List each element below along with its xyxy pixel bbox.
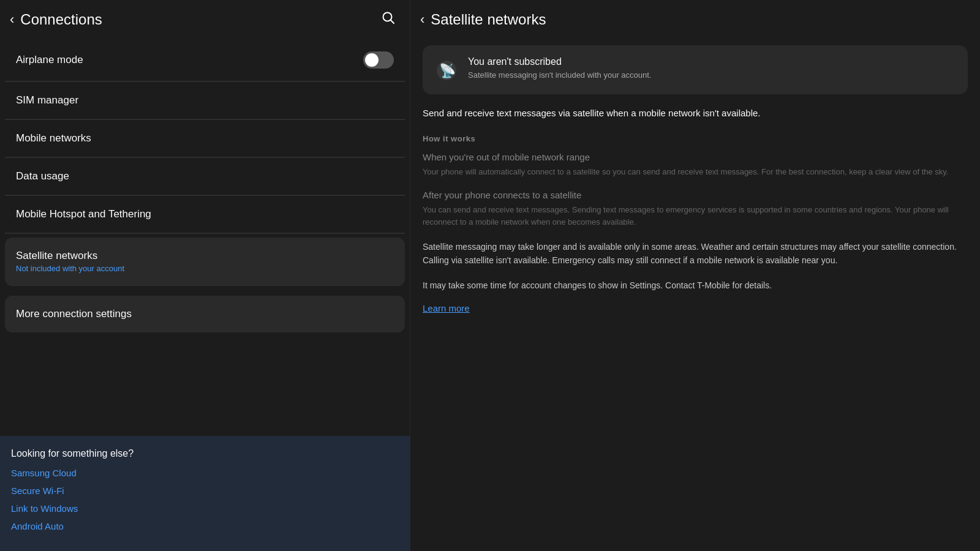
satellite-content: 📡 You aren't subscribed Satellite messag… bbox=[410, 39, 980, 551]
hotspot-label: Mobile Hotspot and Tethering bbox=[16, 208, 151, 220]
android-auto-link[interactable]: Android Auto bbox=[11, 521, 399, 531]
learn-more-link[interactable]: Learn more bbox=[423, 303, 470, 313]
menu-list: Airplane mode SIM manager Mobile network… bbox=[0, 39, 410, 436]
airplane-mode-toggle[interactable] bbox=[363, 51, 394, 69]
sim-manager-label: SIM manager bbox=[16, 94, 78, 106]
airplane-mode-label: Airplane mode bbox=[16, 54, 83, 66]
secure-wifi-link[interactable]: Secure Wi-Fi bbox=[11, 485, 399, 496]
connections-header: ‹ Connections bbox=[0, 0, 410, 39]
menu-item-hotspot[interactable]: Mobile Hotspot and Tethering bbox=[5, 196, 405, 233]
not-subscribed-card: 📡 You aren't subscribed Satellite messag… bbox=[423, 45, 968, 94]
not-subscribed-subtitle: Satellite messaging isn't included with … bbox=[468, 70, 651, 81]
section-1-heading: When you're out of mobile network range bbox=[423, 152, 968, 162]
samsung-cloud-link[interactable]: Samsung Cloud bbox=[11, 468, 399, 478]
menu-item-more-settings[interactable]: More connection settings bbox=[5, 296, 405, 332]
search-button[interactable] bbox=[382, 11, 395, 28]
looking-section: Looking for something else? Samsung Clou… bbox=[0, 436, 410, 551]
section-2-body: You can send and receive text messages. … bbox=[423, 204, 968, 228]
satellite-back-button[interactable]: ‹ bbox=[420, 13, 424, 26]
satellite-subtitle: Not included with your account bbox=[16, 264, 394, 273]
menu-item-data-usage[interactable]: Data usage bbox=[5, 158, 405, 195]
section-2-heading: After your phone connects to a satellite bbox=[423, 190, 968, 200]
back-button[interactable]: ‹ bbox=[10, 13, 14, 26]
header-left: ‹ Connections bbox=[10, 11, 102, 28]
page-title: Connections bbox=[20, 11, 102, 28]
menu-item-satellite[interactable]: Satellite networks Not included with you… bbox=[5, 238, 405, 286]
satellite-header: ‹ Satellite networks bbox=[410, 0, 980, 39]
mobile-networks-label: Mobile networks bbox=[16, 132, 91, 144]
satellite-label: Satellite networks bbox=[16, 250, 97, 261]
satellite-dish-icon: 📡 bbox=[435, 59, 458, 81]
right-panel: ‹ Satellite networks 📡 You aren't subscr… bbox=[410, 0, 980, 551]
search-icon bbox=[382, 11, 395, 24]
more-settings-label: More connection settings bbox=[16, 308, 132, 320]
not-subscribed-text: You aren't subscribed Satellite messagin… bbox=[468, 56, 651, 81]
disclaimer-1: Satellite messaging may take longer and … bbox=[423, 240, 968, 268]
satellite-description: Send and receive text messages via satel… bbox=[423, 107, 968, 121]
looking-title: Looking for something else? bbox=[11, 448, 399, 459]
svg-line-1 bbox=[391, 20, 394, 24]
link-to-windows-link[interactable]: Link to Windows bbox=[11, 503, 399, 514]
data-usage-label: Data usage bbox=[16, 170, 69, 182]
satellite-icon-box: 📡 bbox=[434, 58, 459, 83]
menu-item-mobile-networks[interactable]: Mobile networks bbox=[5, 120, 405, 157]
disclaimer-2: It may take some time for account change… bbox=[423, 279, 968, 292]
section-1-body: Your phone will automatically connect to… bbox=[423, 166, 968, 178]
not-subscribed-title: You aren't subscribed bbox=[468, 56, 651, 67]
menu-item-sim[interactable]: SIM manager bbox=[5, 82, 405, 119]
left-panel: ‹ Connections Airplane mode SIM manager bbox=[0, 0, 410, 551]
how-it-works-label: How it works bbox=[423, 134, 968, 143]
svg-text:📡: 📡 bbox=[439, 62, 456, 79]
menu-item-airplane[interactable]: Airplane mode bbox=[5, 39, 405, 81]
satellite-page-title: Satellite networks bbox=[431, 11, 546, 28]
